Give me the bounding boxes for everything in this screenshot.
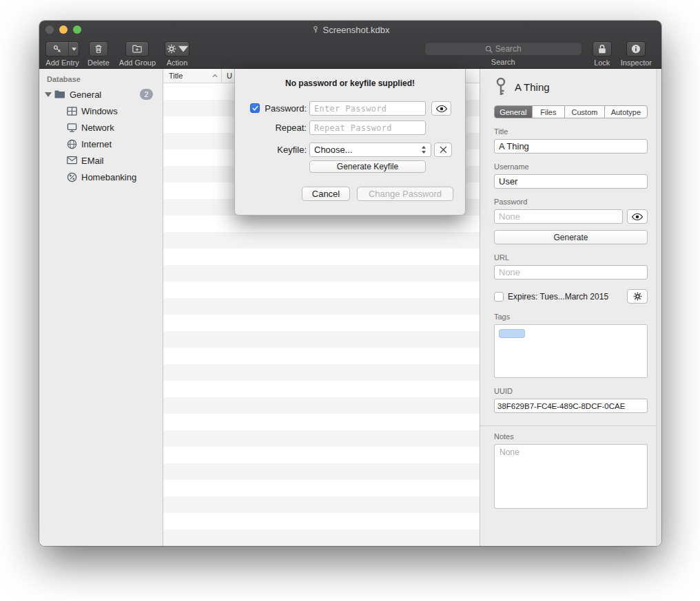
- action-button[interactable]: [165, 41, 189, 56]
- search-item: Search Search: [424, 41, 582, 66]
- expires-checkbox[interactable]: [494, 292, 504, 302]
- password-input[interactable]: [309, 101, 426, 116]
- tab-label: Custom: [572, 108, 598, 116]
- chevron-down-icon: [72, 48, 76, 51]
- show-password-button[interactable]: [431, 101, 451, 116]
- tab-label: Autotype: [611, 108, 641, 116]
- app-window: Screenshot.kdbx Add Entry: [39, 21, 661, 546]
- add-entry-label: Add Entry: [45, 59, 79, 67]
- change-password-dialog: No password or keyfile supplied! Passwor…: [234, 69, 466, 215]
- sidebar-item-label: Windows: [81, 106, 163, 116]
- search-input[interactable]: Search: [424, 42, 582, 56]
- username-field[interactable]: [494, 174, 648, 189]
- column-header-title[interactable]: Title: [163, 69, 222, 83]
- uuid-field[interactable]: [494, 399, 648, 413]
- key-plus-icon: [52, 44, 62, 54]
- repeat-label: Repeat:: [235, 120, 307, 135]
- sidebar-item-network[interactable]: Network: [39, 119, 163, 136]
- show-password-button[interactable]: [627, 209, 648, 224]
- chevron-down-icon: [178, 44, 188, 54]
- window-title-text: Screenshot.kdbx: [323, 25, 390, 35]
- generate-label: Generate: [553, 233, 588, 242]
- generate-keyfile-button[interactable]: Generate Keyfile: [309, 160, 426, 173]
- change-password-button[interactable]: Change Password: [357, 187, 453, 201]
- cancel-button[interactable]: Cancel: [302, 187, 350, 201]
- repeat-row: Repeat:: [235, 120, 465, 135]
- sidebar-item-label: EMail: [81, 156, 163, 166]
- sidebar-section-header: Database: [39, 69, 163, 86]
- keyfile-value: Choose...: [314, 145, 353, 155]
- keyfile-popup[interactable]: Choose...: [309, 143, 431, 157]
- add-entry-dropdown[interactable]: [68, 41, 79, 56]
- add-entry-item: Add Entry: [45, 41, 79, 67]
- inspector-panel: A Thing General Files Custom Autotype Ti…: [480, 69, 661, 546]
- disclosure-triangle-icon[interactable]: [45, 92, 52, 97]
- sidebar-item-general[interactable]: General 2: [39, 86, 163, 103]
- tab-files[interactable]: Files: [533, 106, 566, 118]
- tab-general[interactable]: General: [495, 106, 533, 118]
- sidebar-item-label: Network: [81, 123, 163, 133]
- add-entry-button[interactable]: [45, 41, 79, 56]
- search-label: Search: [491, 58, 515, 66]
- trash-icon: [94, 44, 103, 54]
- generate-keyfile-label: Generate Keyfile: [337, 162, 398, 171]
- tab-autotype[interactable]: Autotype: [605, 106, 647, 118]
- sidebar-item-label: Homebanking: [81, 172, 163, 182]
- notes-field[interactable]: None: [494, 444, 648, 509]
- sidebar-item-label: Internet: [81, 139, 163, 149]
- tag-chip[interactable]: [499, 329, 525, 338]
- window-header: Screenshot.kdbx Add Entry: [39, 21, 661, 69]
- sidebar-item-homebanking[interactable]: Homebanking: [39, 169, 163, 185]
- title-field[interactable]: [494, 139, 648, 154]
- sidebar-item-email[interactable]: EMail: [39, 152, 163, 169]
- delete-item: Delete: [88, 41, 110, 67]
- password-field[interactable]: [494, 209, 623, 224]
- delete-button[interactable]: [89, 41, 108, 56]
- search-icon: [485, 45, 493, 53]
- toolbar: Add Entry Delete Add Group: [39, 39, 661, 67]
- tags-label: Tags: [494, 313, 648, 321]
- folder-plus-icon: [132, 44, 142, 54]
- inspector-scrollbar[interactable]: [656, 69, 661, 546]
- column-username-label: U: [227, 72, 232, 80]
- inspector-tabs: General Files Custom Autotype: [494, 105, 648, 118]
- zoom-button[interactable]: [73, 25, 81, 34]
- url-field[interactable]: [494, 265, 648, 280]
- add-group-button[interactable]: [125, 41, 149, 56]
- action-label: Action: [167, 59, 188, 67]
- tab-custom[interactable]: Custom: [565, 106, 604, 118]
- inspector-content: A Thing General Files Custom Autotype Ti…: [480, 69, 661, 509]
- add-group-label: Add Group: [119, 59, 156, 67]
- traffic-lights: [39, 25, 81, 34]
- repeat-password-input[interactable]: [309, 120, 426, 135]
- add-entry-main[interactable]: [45, 41, 68, 56]
- tags-field[interactable]: [494, 324, 648, 378]
- lock-label: Lock: [594, 59, 610, 67]
- inspector-button[interactable]: [626, 41, 646, 56]
- password-label: Password: [494, 198, 648, 207]
- change-password-label: Change Password: [369, 189, 442, 199]
- column-title-label: Title: [169, 72, 183, 80]
- sort-ascending-icon: [212, 74, 218, 78]
- keyfile-row: Keyfile: Choose...: [235, 143, 465, 157]
- popup-stepper-icon: [421, 145, 426, 154]
- password-row: Password:: [235, 101, 465, 116]
- search-placeholder: Search: [495, 44, 522, 54]
- url-label: URL: [494, 253, 648, 262]
- username-label: Username: [494, 162, 648, 171]
- close-button[interactable]: [45, 25, 54, 34]
- window-grid-icon: [67, 106, 77, 116]
- sidebar-item-internet[interactable]: Internet: [39, 136, 163, 152]
- entry-count-badge: 2: [140, 89, 153, 100]
- titlebar[interactable]: Screenshot.kdbx: [39, 21, 661, 39]
- delete-label: Delete: [88, 59, 110, 67]
- expires-row: Expires: Tues...March 2015: [494, 289, 648, 304]
- lock-button[interactable]: [593, 41, 612, 56]
- dialog-buttons: Cancel Change Password: [235, 187, 465, 201]
- minimize-button[interactable]: [59, 25, 68, 34]
- sidebar-item-windows[interactable]: Windows: [39, 103, 163, 119]
- clear-keyfile-button[interactable]: [434, 143, 452, 157]
- screen: Screenshot.kdbx Add Entry: [0, 0, 700, 601]
- expires-settings-button[interactable]: [627, 289, 648, 304]
- generate-password-button[interactable]: Generate: [494, 230, 648, 244]
